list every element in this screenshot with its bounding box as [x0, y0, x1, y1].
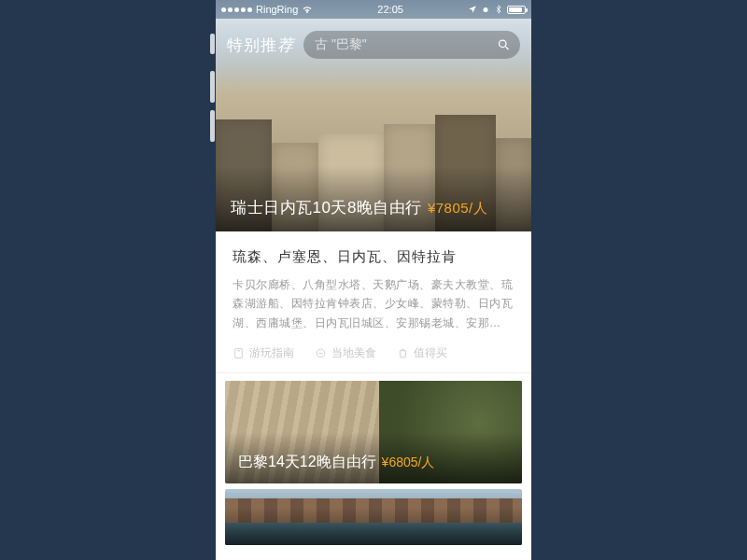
svg-point-0 [484, 7, 488, 12]
alarm-icon [481, 5, 490, 14]
hero-price: ¥7805/人 [428, 200, 487, 217]
hero-title-text: 瑞士日内瓦10天8晚自由行 [231, 197, 422, 218]
carrier-label: RingRing [256, 4, 298, 15]
status-right-icons [468, 5, 526, 14]
card2-title: 巴黎14天12晚自由行 [238, 453, 376, 472]
trip-card-paris[interactable]: 巴黎14天12晚自由行 ¥6805/人 [225, 381, 522, 483]
search-input[interactable]: 古 "巴黎" [303, 31, 520, 59]
hero-description: 琉森、卢塞恩、日内瓦、因特拉肯 卡贝尔廊桥、八角型水塔、天鹅广场、豪夫大教堂、琉… [216, 231, 531, 373]
hero-card[interactable]: 特别推荐 古 "巴黎" 瑞士日内瓦10天8晚自由行 ¥7805/人 [216, 0, 531, 231]
status-bar: RingRing 22:05 [216, 0, 531, 19]
svg-rect-2 [235, 349, 243, 358]
tag-guide[interactable]: 游玩指南 [233, 345, 294, 361]
search-placeholder: 古 "巴黎" [315, 36, 367, 53]
search-icon[interactable] [497, 38, 511, 52]
battery-icon [507, 6, 526, 14]
status-time: 22:05 [313, 4, 468, 15]
desc-body: 卡贝尔廊桥、八角型水塔、天鹅广场、豪夫大教堂、琉森湖游船、因特拉肯钟表店、少女峰… [233, 275, 514, 332]
svg-point-1 [500, 40, 507, 48]
bluetooth-icon [494, 5, 503, 14]
desc-title: 琉森、卢塞恩、日内瓦、因特拉肯 [233, 248, 514, 266]
location-icon [468, 5, 477, 14]
tag-shopping[interactable]: 值得买 [397, 345, 447, 361]
trip-card-europe[interactable] [225, 489, 522, 545]
page-title: 特别推荐 [227, 35, 294, 56]
phone-screen: RingRing 22:05 特别推荐 古 "巴黎" [216, 0, 531, 560]
wifi-icon [302, 4, 313, 15]
tag-food[interactable]: 当地美食 [315, 345, 376, 361]
signal-strength-icon [221, 7, 252, 12]
card2-price: ¥6805/人 [382, 455, 435, 471]
